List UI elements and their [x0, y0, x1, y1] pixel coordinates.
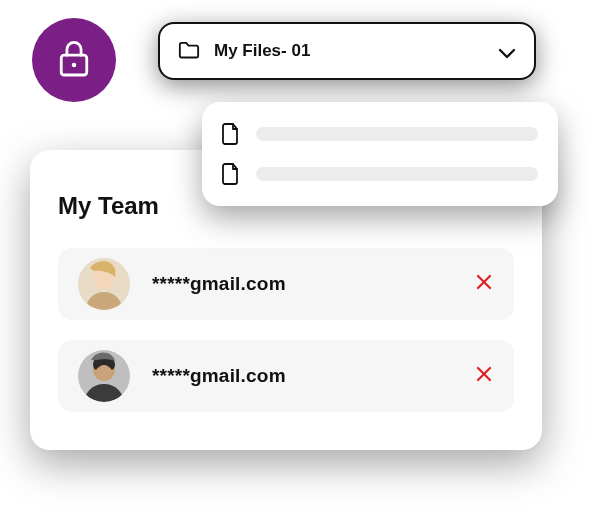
file-icon	[222, 163, 240, 185]
remove-member-button[interactable]	[474, 274, 494, 294]
dropdown-item-placeholder	[256, 167, 538, 181]
folder-dropdown	[202, 102, 558, 206]
folder-select[interactable]: My Files- 01	[158, 22, 536, 80]
member-email: *****gmail.com	[152, 365, 286, 387]
svg-point-1	[72, 63, 77, 68]
chevron-down-icon	[498, 45, 516, 57]
team-members: *****gmail.com	[58, 248, 514, 412]
lock-badge	[32, 18, 116, 102]
file-icon	[222, 123, 240, 145]
close-icon	[476, 366, 492, 386]
dropdown-item-placeholder	[256, 127, 538, 141]
member-email: *****gmail.com	[152, 273, 286, 295]
team-member-row: *****gmail.com	[58, 248, 514, 320]
avatar	[78, 258, 130, 310]
dropdown-item[interactable]	[222, 163, 538, 185]
avatar	[78, 350, 130, 402]
team-member-row: *****gmail.com	[58, 340, 514, 412]
folder-select-label: My Files- 01	[214, 41, 310, 61]
remove-member-button[interactable]	[474, 366, 494, 386]
close-icon	[476, 274, 492, 294]
folder-icon	[178, 41, 200, 61]
lock-icon	[57, 38, 91, 82]
dropdown-item[interactable]	[222, 123, 538, 145]
